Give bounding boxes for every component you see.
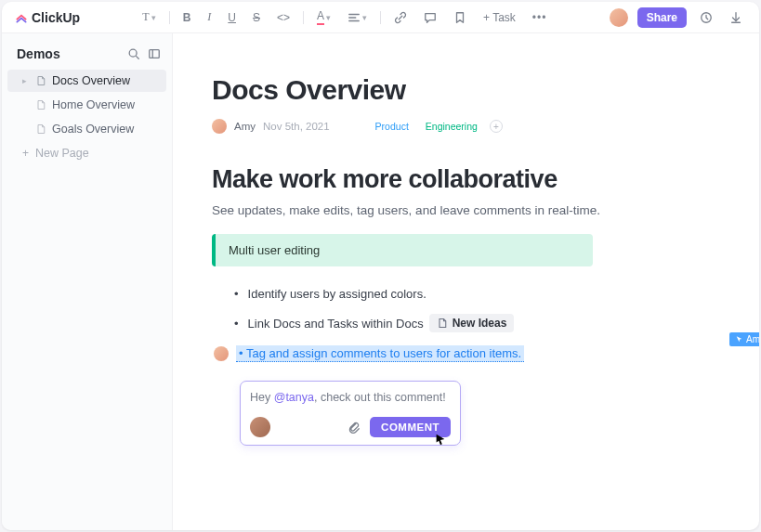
- author-avatar[interactable]: [212, 119, 227, 134]
- section-lead[interactable]: See updates, make edits, tag users, and …: [212, 203, 713, 217]
- chevron-down-icon: ▾: [326, 13, 331, 22]
- collaborator-avatar[interactable]: [214, 346, 229, 361]
- sidebar-item-label: Home Overview: [52, 98, 135, 111]
- attachment-button[interactable]: [450, 8, 470, 27]
- document-main: Docs Overview Amy Nov 5th, 2021 Product …: [173, 33, 759, 530]
- highlighted-line-row: Tag and assign comments to users for act…: [214, 345, 713, 362]
- sidebar: Demos ▸ Docs Overview Home Overvi: [2, 33, 173, 530]
- svg-point-6: [129, 49, 137, 57]
- comment-input[interactable]: Hey @tanya, check out this comment!: [250, 391, 451, 404]
- chevron-down-icon: ▾: [362, 13, 367, 22]
- chevron-down-icon: ▾: [151, 13, 156, 22]
- callout-block[interactable]: Multi user editing: [212, 234, 593, 266]
- task-link-chip[interactable]: New Ideas: [429, 314, 515, 332]
- doc-meta: Amy Nov 5th, 2021 Product Engineering +: [212, 119, 713, 134]
- search-button[interactable]: [127, 47, 140, 60]
- download-button[interactable]: [726, 8, 746, 27]
- code-button[interactable]: <>: [273, 8, 294, 27]
- paperclip-icon: [348, 421, 361, 434]
- cursor-icon: [735, 335, 743, 344]
- more-button[interactable]: •••: [529, 8, 551, 27]
- attach-button[interactable]: [348, 421, 361, 434]
- sidebar-item-label: Goals Overview: [52, 123, 134, 136]
- sidebar-item-label: Docs Overview: [52, 74, 130, 87]
- comment-composer[interactable]: Hey @tanya, check out this comment! COMM…: [240, 381, 461, 446]
- clock-icon: [700, 11, 713, 24]
- svg-line-7: [137, 57, 139, 59]
- strikethrough-button[interactable]: S: [249, 8, 264, 27]
- section-heading[interactable]: Make work more collaborative: [212, 165, 713, 194]
- comment-button[interactable]: [420, 8, 440, 27]
- tag-engineering[interactable]: Engineering: [421, 120, 482, 133]
- formatting-toolbar: T▾ B I U S <> A▾ ▾ + Task: [80, 6, 610, 28]
- commenter-avatar[interactable]: [250, 417, 270, 437]
- align-button[interactable]: ▾: [344, 8, 371, 27]
- user-avatar[interactable]: [610, 8, 628, 27]
- link-button[interactable]: [390, 8, 411, 27]
- author-name: Amy: [234, 121, 256, 132]
- brand-name: ClickUp: [32, 10, 80, 25]
- clickup-logo-icon: [15, 11, 28, 24]
- underline-button[interactable]: U: [224, 8, 240, 27]
- svg-rect-8: [150, 50, 160, 58]
- sidebar-item-goals-overview[interactable]: Goals Overview: [7, 118, 166, 140]
- link-icon: [394, 11, 407, 24]
- sidebar-title: Demos: [17, 46, 60, 61]
- bold-button[interactable]: B: [179, 8, 195, 27]
- mouse-cursor-icon: [434, 433, 447, 448]
- panel-icon: [148, 47, 161, 60]
- italic-button[interactable]: I: [203, 7, 215, 27]
- toggle-sidebar-button[interactable]: [148, 47, 161, 60]
- add-tag-button[interactable]: +: [490, 120, 503, 133]
- doc-icon: [437, 318, 448, 329]
- download-icon: [729, 11, 742, 24]
- caret-right-icon: ▸: [22, 76, 30, 85]
- doc-icon: [35, 123, 46, 135]
- bullet-item[interactable]: Identify users by assigned colors.: [234, 287, 713, 301]
- new-page-button[interactable]: + New Page: [7, 142, 166, 164]
- page-title[interactable]: Docs Overview: [212, 74, 713, 106]
- search-icon: [127, 47, 140, 60]
- bullet-item[interactable]: Link Docs and Tasks within Docs New Idea…: [234, 314, 713, 332]
- text-color-button[interactable]: A▾: [313, 6, 335, 28]
- sidebar-item-docs-overview[interactable]: ▸ Docs Overview: [7, 70, 166, 92]
- doc-icon: [35, 75, 46, 86]
- doc-date: Nov 5th, 2021: [263, 121, 330, 132]
- tag-product[interactable]: Product: [371, 120, 413, 133]
- add-task-button[interactable]: + Task: [479, 8, 519, 27]
- plus-icon: +: [22, 147, 30, 160]
- sidebar-item-home-overview[interactable]: Home Overview: [7, 94, 166, 116]
- align-left-icon: [348, 11, 361, 24]
- new-page-label: New Page: [35, 147, 89, 160]
- doc-icon: [35, 99, 46, 110]
- bookmark-icon: [453, 11, 466, 24]
- text-style-button[interactable]: T▾: [138, 7, 159, 27]
- mention-chip[interactable]: @tanya: [274, 391, 314, 404]
- selection-user-chip: Amy: [729, 332, 759, 346]
- comment-icon: [424, 11, 437, 24]
- history-button[interactable]: [696, 8, 716, 27]
- clickup-logo[interactable]: ClickUp: [15, 10, 80, 25]
- share-button[interactable]: Share: [637, 7, 687, 28]
- bullet-item-highlighted[interactable]: Tag and assign comments to users for act…: [236, 345, 524, 362]
